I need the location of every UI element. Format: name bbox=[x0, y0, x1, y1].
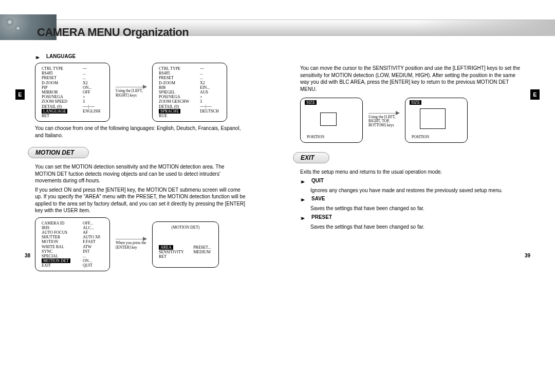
inner-rect-large bbox=[420, 108, 446, 129]
exit-desc: Exits the setup menu and returns to the … bbox=[300, 169, 511, 176]
motion-det-desc1: You can set the MOTION detection sensiti… bbox=[35, 163, 246, 184]
language-panels: CTRL TYPE---RS485...PRESET...D-ZOOMX2PIP… bbox=[35, 63, 265, 122]
page-number-right: 39 bbox=[525, 253, 530, 258]
exit-header: EXIT bbox=[293, 152, 329, 163]
submenu-title: (MOTION DET) bbox=[157, 225, 214, 230]
language-bullet: LANGUAGE bbox=[35, 53, 265, 60]
arrow-icon bbox=[116, 239, 146, 239]
page-number-left: 38 bbox=[25, 253, 30, 258]
size-label-1: SIZE bbox=[305, 100, 317, 105]
side-tab-left: E bbox=[15, 89, 25, 100]
save-desc: Saves the settings that have been change… bbox=[310, 205, 521, 212]
double-arrow-icon bbox=[300, 178, 307, 184]
size-panels: SIZE POSITION Using the [LEFT, RIGHT, TO… bbox=[300, 98, 530, 143]
left-page: E LANGUAGE CTRL TYPE---RS485...PRESET...… bbox=[25, 52, 265, 274]
save-bullet: SAVE bbox=[300, 196, 530, 202]
menu-box-deutsch: CTRL TYPE---RS485...PRESET...D-ZOOMX2BIB… bbox=[152, 63, 227, 122]
arrow-block-2: When you press the [ENTER] key bbox=[113, 239, 149, 250]
preset-desc: Saves the settings that have been change… bbox=[310, 223, 521, 231]
side-tab-right: E bbox=[530, 89, 540, 100]
preset-label: PRESET bbox=[311, 214, 332, 220]
page-title: CAMERA MENU Organization bbox=[37, 26, 189, 39]
double-arrow-icon bbox=[35, 54, 42, 60]
arrow-caption-2: When you press the [ENTER] key bbox=[116, 241, 146, 250]
language-desc: You can choose from one of the following… bbox=[35, 125, 246, 139]
preset-bullet: PRESET bbox=[300, 214, 530, 220]
motion-det-header: MOTION DET bbox=[28, 147, 89, 158]
quit-bullet: QUIT bbox=[300, 178, 530, 184]
size-box-2: SIZE POSITION bbox=[405, 98, 468, 143]
position-label-1: POSITION bbox=[307, 135, 324, 139]
arrow-icon bbox=[116, 87, 146, 87]
language-label: LANGUAGE bbox=[46, 53, 76, 59]
inner-rect-small bbox=[320, 113, 337, 126]
motion-det-desc2: If you select ON and press the [ENTER] k… bbox=[35, 186, 246, 214]
arrow-block-3: Using the [LEFT, RIGHT, TOP, BOTTOM] key… bbox=[366, 113, 402, 128]
double-arrow-icon bbox=[300, 196, 307, 202]
right-page: E You can move the cursor to the SENSITI… bbox=[290, 52, 530, 274]
right-intro: You can move the cursor to the SENSITIVI… bbox=[300, 65, 521, 92]
quit-label: QUIT bbox=[311, 178, 324, 183]
double-arrow-icon bbox=[300, 215, 307, 221]
arrow-block: Using the [LEFT, RIGHT] keys bbox=[113, 87, 149, 98]
quit-desc: Ignores any changes you have made and re… bbox=[310, 187, 521, 194]
save-label: SAVE bbox=[311, 196, 325, 201]
page-header: CAMERA MENU Organization bbox=[0, 0, 555, 40]
menu-box-english: CTRL TYPE---RS485...PRESET...D-ZOOMX2PIP… bbox=[35, 63, 110, 122]
arrow-icon bbox=[368, 113, 399, 114]
arrow-caption-3: Using the [LEFT, RIGHT, TOP, BOTTOM] key… bbox=[368, 115, 399, 128]
menu-box-main: CAMERA IDOFF...IRISALC...AUTO FOCUSAFSHU… bbox=[35, 217, 110, 272]
position-label-2: POSITION bbox=[412, 135, 429, 139]
arrow-caption: Using the [LEFT, RIGHT] keys bbox=[116, 89, 146, 98]
size-label-2: SIZE bbox=[410, 100, 421, 105]
motion-det-panels: CAMERA IDOFF...IRISALC...AUTO FOCUSAFSHU… bbox=[35, 217, 265, 272]
menu-box-sub: (MOTION DET) AREAPRESET...SENSITIVITYMED… bbox=[152, 221, 219, 268]
size-box-1: SIZE POSITION bbox=[300, 98, 363, 143]
